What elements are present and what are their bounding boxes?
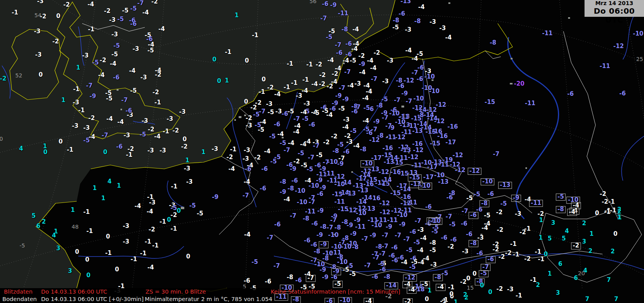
station-temperature: -4: [362, 95, 369, 101]
station-temperature: -4: [244, 232, 251, 238]
station-temperature: -3: [343, 117, 350, 123]
station-temperature: -9: [386, 224, 392, 230]
station-temperature: -7: [481, 264, 491, 271]
station-temperature: -3: [212, 146, 218, 152]
station-temperature: -5: [347, 263, 353, 269]
station-temperature: -7: [267, 235, 273, 241]
station-temperature: -6: [486, 256, 496, 263]
station-temperature: 0: [86, 273, 90, 278]
station-temperature: -6: [367, 106, 374, 112]
station-temperature: -3: [167, 116, 173, 122]
station-temperature: 7: [585, 296, 589, 302]
station-temperature: -7: [309, 199, 315, 205]
station-temperature: -4: [412, 56, 418, 62]
station-temperature: -9: [373, 119, 380, 125]
station-temperature: -11: [529, 200, 543, 207]
station-temperature: -1: [78, 108, 85, 113]
station-temperature: -14: [341, 180, 351, 186]
station-temperature: 0: [43, 149, 47, 155]
graticule-label: 20: [578, 270, 585, 276]
station-temperature: -16: [437, 133, 448, 139]
station-temperature: -5: [269, 134, 276, 140]
station-temperature: -11: [387, 217, 398, 223]
station-temperature: -9: [354, 217, 361, 223]
station-temperature: -6: [619, 91, 626, 97]
station-temperature: -6: [309, 122, 315, 128]
station-temperature: -8: [360, 147, 367, 152]
station-temperature: -3: [109, 17, 116, 23]
station-temperature: -11: [401, 129, 412, 135]
station-temperature: -5: [130, 6, 137, 12]
station-temperature: -3: [123, 239, 130, 245]
station-temperature: 0: [425, 296, 429, 302]
station-temperature: -16: [412, 141, 423, 147]
station-temperature: -4: [367, 58, 374, 64]
station-temperature: 5: [548, 236, 552, 242]
station-temperature: -13: [400, 147, 411, 153]
station-temperature: -8: [430, 240, 436, 246]
station-temperature: -5: [484, 213, 491, 219]
station-temperature: -5: [381, 97, 388, 102]
station-temperature: -3: [133, 46, 139, 52]
station-temperature: -6: [425, 204, 432, 210]
station-temperature: -2: [493, 247, 499, 253]
station-temperature: -1: [145, 239, 151, 245]
station-temperature: -3: [123, 223, 130, 229]
station-temperature: -6: [343, 149, 350, 155]
station-temperature: -16: [363, 181, 374, 187]
station-temperature: 1: [590, 231, 594, 237]
station-temperature: -1: [105, 250, 112, 256]
station-temperature: -3: [244, 147, 250, 153]
station-temperature: -7: [284, 147, 290, 153]
station-temperature: -4: [129, 68, 136, 74]
station-temperature: -15: [430, 141, 440, 147]
station-temperature: -5: [500, 201, 507, 207]
station-temperature: -12: [380, 210, 390, 215]
station-temperature: -4: [445, 35, 452, 41]
station-temperature: -5: [268, 109, 274, 115]
station-temperature: -11: [542, 30, 552, 36]
station-temperature: -1: [163, 129, 169, 134]
station-temperature: -2: [374, 50, 380, 56]
station-temperature: -1: [155, 100, 161, 106]
station-temperature: -2: [316, 62, 322, 68]
graticule-label: 54: [34, 12, 41, 18]
station-temperature: -3: [515, 211, 522, 217]
station-temperature: -8: [490, 40, 496, 46]
station-temperature: 3: [68, 268, 72, 274]
station-temperature: -1: [608, 199, 615, 205]
station-temperature: 0: [183, 136, 187, 142]
station-temperature: -3: [179, 109, 186, 115]
station-temperature: -3: [354, 81, 361, 87]
station-temperature: -2: [498, 254, 505, 260]
station-temperature: -2: [148, 127, 155, 133]
station-temperature: -3: [275, 109, 282, 115]
station-temperature: -9: [359, 61, 365, 67]
station-temperature: -9: [342, 97, 349, 102]
station-temperature: -1: [131, 256, 137, 262]
station-temperature: -5: [113, 43, 120, 49]
station-temperature: -8: [556, 206, 566, 213]
weather-workstation-map[interactable]: { "timestamp_box": { "date": "Mrz 14 201…: [0, 0, 644, 303]
station-temperature: -2: [497, 227, 504, 233]
station-temperature: -3: [140, 75, 147, 81]
station-temperature: 6: [574, 275, 578, 281]
station-temperature: -13: [358, 188, 368, 194]
station-temperature: -12: [468, 168, 481, 175]
station-temperature: 0: [39, 72, 43, 78]
station-temperature: -8: [287, 274, 293, 280]
station-temperature: -11: [599, 63, 610, 69]
station-temperature: 0: [75, 249, 79, 255]
station-temperature: -7: [243, 193, 249, 199]
station-temperature: -5: [140, 132, 146, 138]
station-temperature: -2: [331, 134, 338, 140]
station-temperature: -5: [83, 138, 90, 143]
station-temperature: -11: [525, 100, 535, 106]
graticule-label: 0: [0, 136, 3, 142]
station-temperature: -5: [392, 25, 399, 30]
station-temperature: -9: [322, 274, 329, 280]
station-temperature: -3: [246, 123, 252, 129]
station-temperature: -9: [511, 195, 521, 202]
station-temperature: -6: [325, 298, 335, 303]
station-temperature: 1: [618, 215, 622, 221]
